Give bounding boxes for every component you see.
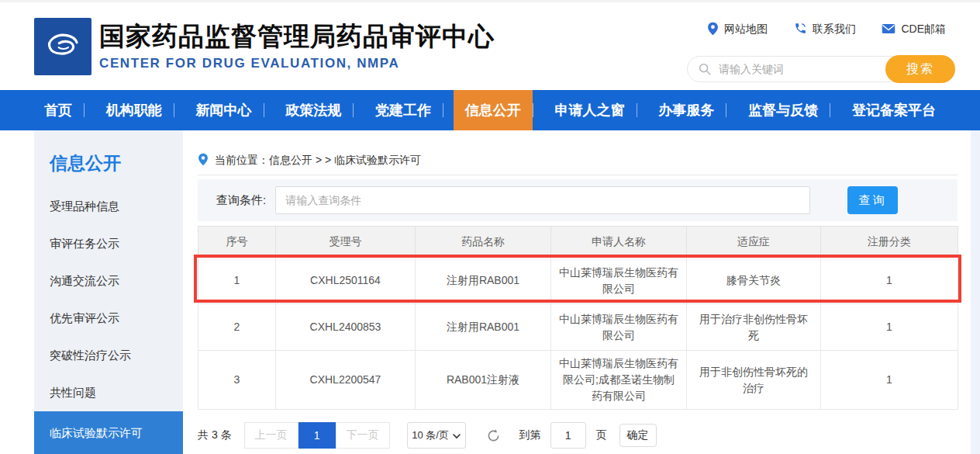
main-nav-list: 首页 机构职能 新闻中心 政策法规 党建工作 信息公开 申请人之窗 办事服务 监… <box>0 90 980 130</box>
cell-drug-name: 注射用RAB001 <box>416 258 551 304</box>
cell-indication: 膝骨关节炎 <box>687 258 821 304</box>
contact-label: 联系我们 <box>813 23 856 36</box>
query-button[interactable]: 查询 <box>847 186 898 214</box>
next-page-button[interactable]: 下一页 <box>336 422 390 449</box>
cell-serial: 3 <box>198 351 276 410</box>
nav-item-party-building[interactable]: 党建工作 <box>364 90 443 130</box>
col-acceptance-number: 受理号 <box>276 227 416 258</box>
search-button[interactable]: 搜索 <box>885 55 955 83</box>
search-icon <box>698 62 712 79</box>
chevron-down-icon <box>453 430 461 442</box>
cell-drug-name: 注射用RAB001 <box>416 304 551 351</box>
query-label: 查询条件: <box>216 193 266 208</box>
page-size-select[interactable]: 10 条/页 <box>407 422 466 449</box>
col-serial: 序号 <box>198 227 276 258</box>
page-size-label: 10 条/页 <box>412 428 449 442</box>
nav-item-home[interactable]: 首页 <box>33 90 84 130</box>
content: 当前位置：信息公开 > > 临床试验默示许可 查询条件: 查询 序号 受理号 药… <box>198 130 958 454</box>
sidebar-title: 信息公开 <box>34 130 183 188</box>
nav-item-news[interactable]: 新闻中心 <box>185 90 264 130</box>
goto-page-suffix: 页 <box>596 428 607 442</box>
sidebar-item-clinical-trial-implied-license[interactable]: 临床试验默示许可 <box>34 411 183 454</box>
sitemap-label: 网站地图 <box>724 23 768 36</box>
sitemap-link[interactable]: 网站地图 <box>707 22 768 38</box>
sidebar-item-breakthrough-therapy[interactable]: 突破性治疗公示 <box>34 337 183 374</box>
total-count-label: 共 3 条 <box>198 428 232 442</box>
mail-icon <box>882 23 895 36</box>
table-row[interactable]: 1 CXHL2501164 注射用RAB001 中山莱博瑞辰生物医药有限公司 膝… <box>198 258 958 304</box>
table-row[interactable]: 2 CXHL2400853 注射用RAB001 中山莱博瑞辰生物医药有限公司 用… <box>198 304 958 351</box>
col-registration-category: 注册分类 <box>821 227 958 258</box>
query-input[interactable] <box>275 186 810 214</box>
results-table: 序号 受理号 药品名称 申请人名称 适应症 注册分类 1 CXHL2501164 <box>198 226 958 410</box>
cell-acceptance-number: CXHL2501164 <box>276 258 416 304</box>
contact-link[interactable]: 联系我们 <box>794 22 856 37</box>
cell-registration-category: 1 <box>821 304 958 351</box>
cell-acceptance-number: CXHL2400853 <box>276 304 416 351</box>
sidebar-item-communication[interactable]: 沟通交流公示 <box>34 262 183 300</box>
results-table-wrap: 序号 受理号 药品名称 申请人名称 适应症 注册分类 1 CXHL2501164 <box>198 226 958 410</box>
nav-item-applicant-window[interactable]: 申请人之窗 <box>543 90 637 130</box>
confirm-button[interactable]: 确定 <box>619 424 657 447</box>
col-applicant-name: 申请人名称 <box>551 227 687 258</box>
quick-links: 网站地图 联系我们 CDE邮箱 <box>687 21 955 38</box>
goto-page-input[interactable] <box>550 422 586 449</box>
main-nav: 首页 机构职能 新闻中心 政策法规 党建工作 信息公开 申请人之窗 办事服务 监… <box>0 90 980 130</box>
cell-applicant-name: 中山莱博瑞辰生物医药有限公司 <box>551 304 687 351</box>
pager: 上一页 1 下一页 <box>244 422 390 449</box>
prev-page-button[interactable]: 上一页 <box>244 422 298 449</box>
cell-serial: 2 <box>198 304 276 351</box>
nav-item-registration-platform[interactable]: 登记备案平台 <box>840 90 947 130</box>
table-row[interactable]: 3 CXHL2200547 RAB001注射液 中山莱博瑞辰生物医药有限公司;成… <box>198 351 958 410</box>
cde-logo <box>34 18 91 75</box>
site-title: 国家药品监督管理局药品审评中心 <box>99 21 495 52</box>
breadcrumb-text: 当前位置：信息公开 > > 临床试验默示许可 <box>215 154 421 168</box>
page: 国家药品监督管理局药品审评中心 CENTER FOR DRUG EVALUATI… <box>0 0 980 454</box>
header-right: 网站地图 联系我们 CDE邮箱 <box>687 21 955 83</box>
location-pin-icon <box>707 22 719 38</box>
site-subtitle: CENTER FOR DRUG EVALUATION, NMPA <box>99 56 495 71</box>
current-page-button[interactable]: 1 <box>298 422 336 449</box>
cell-applicant-name: 中山莱博瑞辰生物医药有限公司;成都圣诺生物制药有限公司 <box>551 351 687 410</box>
nav-item-policies[interactable]: 政策法规 <box>274 90 353 130</box>
query-bar: 查询条件: 查询 <box>198 179 958 221</box>
sidebar-item-accepted-varieties[interactable]: 受理品种信息 <box>34 188 183 225</box>
cell-drug-name: RAB001注射液 <box>416 351 551 410</box>
breadcrumb-pin-icon <box>198 153 209 168</box>
cell-serial: 1 <box>198 258 276 304</box>
mailbox-link[interactable]: CDE邮箱 <box>882 23 946 36</box>
breadcrumb: 当前位置：信息公开 > > 临床试验默示许可 <box>198 130 958 175</box>
sidebar-item-common-issues[interactable]: 共性问题 <box>34 374 183 411</box>
nav-item-supervision-feedback[interactable]: 监督与反馈 <box>737 90 830 130</box>
logo-swirl-icon <box>40 23 85 71</box>
col-drug-name: 药品名称 <box>416 227 551 258</box>
header-search: 搜索 <box>687 55 955 83</box>
sidebar-item-review-tasks[interactable]: 审评任务公示 <box>34 225 183 262</box>
cell-indication: 用于治疗非创伤性骨坏死 <box>687 304 821 351</box>
phone-icon <box>794 22 807 37</box>
sidebar: 信息公开 受理品种信息 审评任务公示 沟通交流公示 优先审评公示 突破性治疗公示… <box>34 130 183 454</box>
goto-page-label: 到第 <box>519 428 541 442</box>
cell-registration-category: 1 <box>821 258 958 304</box>
sidebar-item-priority-review[interactable]: 优先审评公示 <box>34 300 183 337</box>
cell-indication: 用于非创伤性骨坏死的治疗 <box>687 351 821 410</box>
site-header: 国家药品监督管理局药品审评中心 CENTER FOR DRUG EVALUATI… <box>0 2 980 90</box>
nav-item-information-disclosure[interactable]: 信息公开 <box>454 90 533 130</box>
col-indication: 适应症 <box>687 227 821 258</box>
sidebar-menu: 受理品种信息 审评任务公示 沟通交流公示 优先审评公示 突破性治疗公示 共性问题… <box>34 188 183 454</box>
table-header-row: 序号 受理号 药品名称 申请人名称 适应症 注册分类 <box>198 227 958 258</box>
cell-registration-category: 1 <box>821 351 958 410</box>
pagination: 共 3 条 上一页 1 下一页 10 条/页 到第 页 <box>198 422 958 449</box>
cell-applicant-name: 中山莱博瑞辰生物医药有限公司 <box>551 258 687 304</box>
site-titles: 国家药品监督管理局药品审评中心 CENTER FOR DRUG EVALUATI… <box>99 21 495 71</box>
main-area: 信息公开 受理品种信息 审评任务公示 沟通交流公示 优先审评公示 突破性治疗公示… <box>0 130 980 454</box>
nav-item-functions[interactable]: 机构职能 <box>95 90 174 130</box>
nav-item-services[interactable]: 办事服务 <box>647 90 726 130</box>
cell-acceptance-number: CXHL2200547 <box>276 351 416 410</box>
mailbox-label: CDE邮箱 <box>901 23 946 36</box>
page-right-gutter <box>971 130 980 454</box>
refresh-icon[interactable] <box>486 428 501 443</box>
